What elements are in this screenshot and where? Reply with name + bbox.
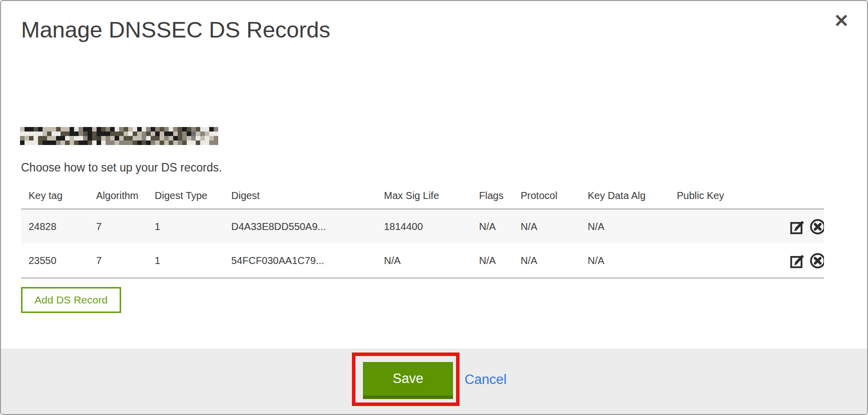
edit-icon[interactable] (789, 218, 806, 235)
col-header-max-sig-life: Max Sig Life (376, 183, 472, 209)
cancel-link[interactable]: Cancel (465, 372, 507, 388)
ds-records-table: Key tag Algorithm Digest Type Digest Max… (21, 183, 824, 278)
row-actions (789, 209, 824, 244)
col-header-public-key: Public Key (669, 183, 789, 209)
redacted-domain-name (20, 127, 218, 145)
dnssec-modal: Manage DNSSEC DS Records ✕ Choose how to… (0, 0, 868, 415)
cell-key-data-alg: N/A (580, 209, 669, 244)
cell-protocol: N/A (513, 244, 580, 278)
col-header-key-data-alg: Key Data Alg (580, 183, 669, 209)
cell-algorithm: 7 (89, 209, 147, 244)
page-title: Manage DNSSEC DS Records (21, 17, 330, 43)
cell-key-tag: 23550 (21, 244, 89, 278)
add-ds-record-button[interactable]: Add DS Record (21, 287, 121, 313)
screen: Manage DNSSEC DS Records ✕ Choose how to… (0, 0, 868, 415)
col-header-key-tag: Key tag (21, 183, 89, 209)
col-header-protocol: Protocol (513, 183, 580, 209)
instruction-text: Choose how to set up your DS records. (21, 161, 222, 174)
col-header-actions (789, 183, 824, 209)
col-header-digest-type: Digest Type (147, 183, 224, 209)
cell-digest: D4A33E8DD550A9... (224, 209, 376, 244)
col-header-digest: Digest (224, 183, 376, 209)
table-row: 24828 7 1 D4A33E8DD550A9... 1814400 N/A … (21, 209, 824, 244)
remove-icon[interactable] (809, 218, 824, 235)
cell-flags: N/A (472, 244, 513, 278)
edit-icon[interactable] (789, 252, 806, 269)
col-header-flags: Flags (472, 183, 513, 209)
cell-public-key (669, 209, 789, 244)
close-icon[interactable]: ✕ (834, 12, 849, 30)
cell-public-key (669, 244, 789, 278)
cell-algorithm: 7 (89, 244, 147, 278)
col-header-algorithm: Algorithm (89, 183, 147, 209)
table-row: 23550 7 1 54FCF030AA1C79... N/A N/A N/A … (21, 244, 824, 278)
cell-key-data-alg: N/A (580, 244, 669, 278)
save-button[interactable]: Save (363, 362, 453, 399)
cell-max-sig-life: N/A (376, 244, 472, 278)
row-actions (789, 244, 824, 278)
cell-protocol: N/A (513, 209, 580, 244)
cell-key-tag: 24828 (21, 209, 89, 244)
cell-digest: 54FCF030AA1C79... (224, 244, 376, 278)
cell-digest-type: 1 (147, 244, 224, 278)
table-header-row: Key tag Algorithm Digest Type Digest Max… (21, 183, 824, 209)
remove-icon[interactable] (809, 252, 824, 269)
cell-flags: N/A (472, 209, 513, 244)
cell-max-sig-life: 1814400 (376, 209, 472, 244)
cell-digest-type: 1 (147, 209, 224, 244)
